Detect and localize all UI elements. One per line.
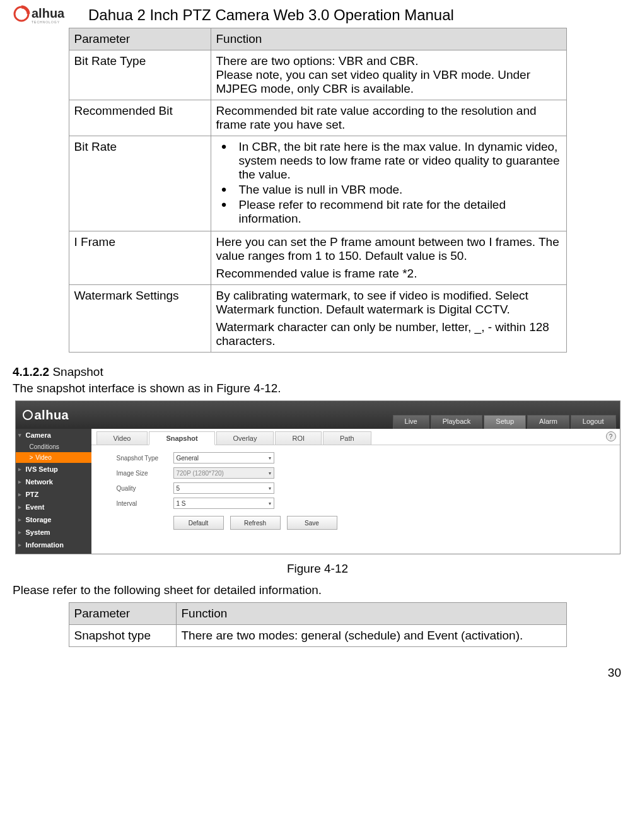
tab-overlay[interactable]: Overlay [216, 431, 274, 445]
sidebar-item-system[interactable]: System [16, 526, 91, 539]
select-image-size[interactable]: 720P (1280*720) [173, 467, 274, 479]
tab-path[interactable]: Path [323, 431, 371, 445]
reference-text: Please refer to the following sheet for … [13, 583, 622, 597]
nav-playback[interactable]: Playback [431, 415, 483, 429]
label-snapshot-type: Snapshot Type [117, 455, 173, 462]
sidebar-item-network[interactable]: Network [16, 475, 91, 488]
brand-text: alhua [32, 6, 65, 20]
help-icon[interactable]: ? [606, 431, 616, 441]
sidebar-item-information[interactable]: Information [16, 539, 91, 551]
table-row: Bit Rate In CBR, the bit rate here is th… [69, 136, 566, 231]
top-nav: Live Playback Setup Alarm Logout [393, 415, 616, 429]
refresh-button[interactable]: Refresh [230, 516, 281, 530]
page-title: Dahua 2 Inch PTZ Camera Web 3.0 Operatio… [88, 6, 454, 24]
select-quality[interactable]: 5 [173, 482, 274, 494]
table-row: Bit Rate Type There are two options: VBR… [69, 50, 566, 100]
th-parameter: Parameter [69, 603, 176, 625]
page-number: 30 [13, 666, 622, 680]
label-quality: Quality [117, 485, 173, 492]
figure-caption: Figure 4-12 [13, 562, 622, 576]
parameter-table-2: Parameter Function Snapshot type There a… [69, 602, 567, 647]
parameter-table-1: Parameter Function Bit Rate Type There a… [69, 28, 567, 353]
save-button[interactable]: Save [287, 516, 337, 530]
tab-bar: Video Snapshot Overlay ROI Path [91, 429, 620, 445]
th-function: Function [176, 603, 566, 625]
label-image-size: Image Size [117, 470, 173, 477]
sidebar-item-storage[interactable]: Storage [16, 513, 91, 526]
tab-snapshot[interactable]: Snapshot [149, 431, 214, 445]
section-heading: 4.1.2.2 Snapshot [13, 365, 622, 379]
tab-video[interactable]: Video [96, 431, 148, 445]
brand-logo: alhua TECHNOLOGY [13, 5, 82, 25]
nav-alarm[interactable]: Alarm [527, 415, 569, 429]
app-logo: alhua [22, 401, 69, 429]
sidebar: Camera Conditions Video IVS Setup Networ… [16, 429, 91, 554]
select-snapshot-type[interactable]: General [173, 452, 274, 464]
nav-setup[interactable]: Setup [484, 415, 526, 429]
section-intro: The snapshot interface is shown as in Fi… [13, 382, 622, 395]
th-parameter: Parameter [69, 28, 211, 50]
sidebar-item-camera[interactable]: Camera [16, 429, 91, 441]
sidebar-item-ivs[interactable]: IVS Setup [16, 463, 91, 475]
table-row: I Frame Here you can set the P frame amo… [69, 231, 566, 285]
svg-text:TECHNOLOGY: TECHNOLOGY [32, 20, 60, 24]
nav-live[interactable]: Live [393, 415, 429, 429]
embedded-screenshot: alhua Live Playback Setup Alarm Logout C… [15, 400, 620, 554]
svg-point-2 [23, 411, 32, 419]
table-row: Snapshot type There are two modes: gener… [69, 625, 566, 647]
tab-roi[interactable]: ROI [275, 431, 322, 445]
select-interval[interactable]: 1 S [173, 498, 274, 509]
nav-logout[interactable]: Logout [571, 415, 616, 429]
table-row: Watermark Settings By calibrating waterm… [69, 285, 566, 353]
sidebar-sub-conditions[interactable]: Conditions [16, 441, 91, 452]
default-button[interactable]: Default [173, 516, 224, 530]
label-interval: Interval [117, 500, 173, 507]
sidebar-sub-video[interactable]: Video [16, 452, 91, 463]
sidebar-item-ptz[interactable]: PTZ [16, 488, 91, 501]
sidebar-item-event[interactable]: Event [16, 501, 91, 513]
table-row: Recommended Bit Recommended bit rate val… [69, 100, 566, 136]
th-function: Function [211, 28, 566, 50]
